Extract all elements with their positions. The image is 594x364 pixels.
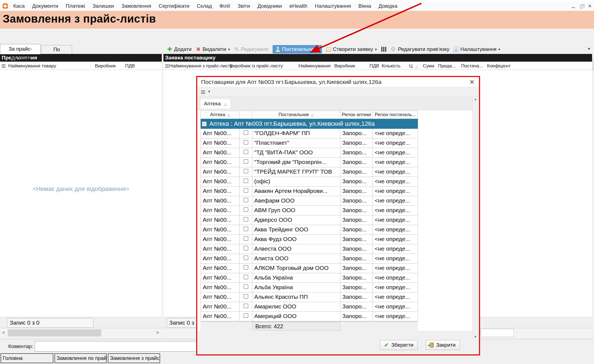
menu-reports[interactable]: Звіти [238,3,250,9]
col-product-name[interactable]: Найменування товару [8,63,56,69]
cell-supplier-region[interactable]: <не опреде... [373,215,418,225]
checkbox-unchecked-icon[interactable] [244,207,248,212]
cell-pharmacy[interactable]: Апт №00... [201,215,240,225]
cell-supplier[interactable]: Амарилис ООО [252,302,340,312]
menu-branches[interactable]: Філії [219,3,230,9]
edit-button[interactable]: ✎ Редагувати [234,46,268,53]
cell-pharmacy[interactable]: Апт №00... [201,292,240,302]
group-chip-pharmacy[interactable]: Аптека [201,99,230,108]
col-supplier[interactable]: Постача... [461,63,483,69]
cell-supplier[interactable]: Аква Фудз ООО [252,235,340,244]
checkbox-unchecked-icon[interactable] [244,236,248,241]
menu-stocks[interactable]: Залишки [92,3,114,9]
col-supplier[interactable]: Постачальник [252,111,340,119]
cell-supplier[interactable]: "Торговий дім "Прозерпін... [252,158,340,167]
cell-pharmacy-region[interactable]: Запоро... [340,196,373,206]
table-row[interactable]: Апт №00... Алиста ООО Запоро... <не опре… [197,254,479,264]
cell-supplier-region[interactable]: <не опреде... [373,302,418,312]
scroll-up-icon[interactable]: ▲ [474,97,477,101]
cell-supplier[interactable]: "ГОЛДЕН-ФАРМ" ПП [252,129,340,138]
cell-pharmacy[interactable]: Апт №00... [201,244,240,254]
cell-supplier-region[interactable]: <не опреде... [373,292,418,302]
cell-pharmacy-region[interactable]: Запоро... [340,148,373,158]
menu-ehealth[interactable]: eHealth [289,3,308,9]
cell-pharmacy[interactable]: Апт №00... [201,196,240,206]
cell-checkbox[interactable] [240,283,252,292]
menu-warehouse[interactable]: Склад [197,3,212,9]
menu-windows[interactable]: Вікна [358,3,371,9]
cell-checkbox[interactable] [240,292,252,302]
cell-pharmacy[interactable]: Апт №00... [201,302,240,312]
bottom-tab-main[interactable]: Головна [1,353,53,363]
cell-checkbox[interactable] [240,158,252,167]
cell-supplier[interactable]: Авакян Артем Норайрови... [252,187,340,196]
cell-checkbox[interactable] [240,196,252,206]
group-row[interactable]: Аптека : Апт №003 пгт.Барышевка, ул.Киев… [201,119,418,129]
table-row[interactable]: Апт №00... Альянс Красоты ПП Запоро... <… [197,292,479,302]
cell-supplier[interactable]: Адверсо ООО [252,215,340,225]
cell-checkbox[interactable] [240,129,252,138]
checkbox-unchecked-icon[interactable] [244,217,248,221]
create-request-button[interactable]: Створити заявку ▾ [326,46,377,52]
cell-pharmacy-region[interactable]: Запоро... [340,138,373,148]
cell-supplier[interactable]: "ТД "ВИТА-ПАК" ООО [252,148,340,158]
col-pharmacy[interactable]: Аптека [201,111,240,119]
col-name-from-pricelist[interactable]: Найменування з прайс-листу [169,63,232,69]
cell-checkbox[interactable] [240,273,252,283]
cell-supplier-region[interactable]: <не опреде... [373,177,418,187]
checkbox-unchecked-icon[interactable] [244,188,248,193]
checkbox-unchecked-icon[interactable] [244,140,248,144]
restore-icon[interactable] [580,5,583,8]
cell-supplier-region[interactable]: <не опреде... [373,148,418,158]
cell-pharmacy-region[interactable]: Запоро... [340,129,373,138]
cell-checkbox[interactable] [240,312,252,321]
settings-button[interactable]: Налаштування ▾ [454,46,500,52]
cell-pharmacy-region[interactable]: Запоро... [340,167,373,177]
menu-settings[interactable]: Налаштування [315,3,351,9]
cell-supplier-region[interactable]: <не опреде... [373,244,418,254]
checkbox-unchecked-icon[interactable] [244,284,248,289]
cell-pharmacy[interactable]: Апт №00... [201,148,240,158]
cell-checkbox[interactable] [240,187,252,196]
table-row[interactable]: Апт №00... Авефарм ООО Запоро... <не опр… [197,196,479,206]
cell-supplier[interactable]: Америций ООО [252,312,340,321]
cell-supplier-region[interactable]: <не опреде... [373,187,418,196]
cell-pharmacy[interactable]: Апт №00... [201,167,240,177]
checkbox-unchecked-icon[interactable] [244,179,248,183]
columns-button[interactable] [381,47,386,52]
cell-checkbox[interactable] [240,302,252,312]
cell-pharmacy-region[interactable]: Запоро... [340,235,373,244]
cell-pharmacy-region[interactable]: Запоро... [340,312,373,321]
cell-supplier[interactable]: АЛКОМ Торговый дом ООО [252,264,340,273]
collapse-icon[interactable] [202,122,207,126]
grid-menu-icon[interactable] [165,64,169,68]
cell-supplier[interactable]: Альба Україна [252,273,340,283]
table-row[interactable]: Апт №00... Аква Трейдинг ООО Запоро... <… [197,225,479,235]
menu-payments[interactable]: Платежі [66,3,85,9]
bottom-tab-order-from-price[interactable]: Замовлення з прайс- ... [108,353,160,363]
cell-pharmacy-region[interactable]: Запоро... [340,302,373,312]
cell-supplier[interactable]: Альба Україна [252,283,340,292]
toolbar-overflow-icon[interactable]: ▾ [588,46,590,51]
checkbox-unchecked-icon[interactable] [244,275,248,279]
tab-by-directory[interactable]: По довіднику [41,45,72,54]
cell-supplier-region[interactable]: <не опреде... [373,264,418,273]
chevron-down-icon[interactable]: ▾ [208,89,210,94]
cell-supplier-region[interactable]: <не опреде... [373,273,418,283]
cell-pharmacy[interactable]: Апт №00... [201,187,240,196]
cell-pharmacy-region[interactable]: Запоро... [340,206,373,215]
table-row[interactable]: Апт №00... Амарилис ООО Запоро... <не оп… [197,302,479,312]
table-row[interactable]: Апт №00... "ТД "ВИТА-ПАК" ООО Запоро... … [197,148,479,158]
cell-supplier-region[interactable]: <не опреде... [373,312,418,321]
col-vat[interactable]: ПДВ [369,63,379,69]
col-manufacturer[interactable]: Виробник [95,63,116,69]
scroll-right-icon[interactable]: > [156,330,159,336]
cell-pharmacy[interactable]: Апт №00... [201,273,240,283]
cell-checkbox[interactable] [240,148,252,158]
col-coefficient[interactable]: Коефіцієнт [487,63,511,69]
table-row[interactable]: Апт №00... АЛКОМ Торговый дом ООО Запоро… [197,264,479,273]
cell-supplier-region[interactable]: <не опреде... [373,235,418,244]
table-row[interactable]: Апт №00... "Торговий дім "Прозерпін... З… [197,158,479,167]
table-row[interactable]: Апт №00... Авакян Артем Норайрови... Зап… [197,187,479,196]
cell-supplier-region[interactable]: <не опреде... [373,283,418,292]
